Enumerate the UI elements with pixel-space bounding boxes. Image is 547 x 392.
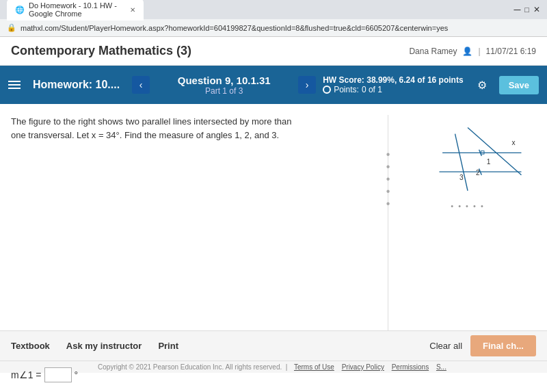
hw-right-section: ⚙ Save: [470, 76, 539, 94]
ask-instructor-button[interactable]: Ask my instructor: [66, 341, 142, 351]
points-label: Points:: [334, 85, 359, 94]
browser-titlebar: 🌐 Do Homework - 10.1 HW - Google Chrome …: [0, 0, 547, 19]
angle-input[interactable]: [44, 367, 72, 382]
svg-text:2: 2: [476, 169, 480, 177]
hw-navbar: Homework: 10.... ‹ Question 9, 10.1.31 P…: [0, 66, 547, 104]
question-info: Question 9, 10.1.31 Part 1 of 3: [157, 75, 291, 96]
lock-icon: 🔒: [7, 23, 16, 32]
degree-unit: °: [75, 369, 79, 380]
answer-area: m∠1 = °: [0, 361, 547, 389]
expand-dots[interactable]: • • • • •: [399, 202, 536, 210]
svg-line-2: [455, 134, 468, 191]
tab-title: Do Homework - 10.1 HW - Google Chrome: [29, 1, 123, 18]
geometry-diagram: x 1 2 3: [399, 115, 536, 197]
hw-title: Homework: 10....: [33, 79, 120, 91]
settings-button[interactable]: ⚙: [477, 79, 487, 92]
svg-text:x: x: [512, 139, 516, 146]
prev-question-button[interactable]: ‹: [132, 76, 150, 94]
header-right: Dana Ramey 👤 | 11/07/21 6:19: [409, 47, 536, 56]
score-label: HW Score:: [323, 75, 364, 85]
divider-dots: •••••: [386, 135, 390, 209]
url-text[interactable]: mathxl.com/Student/PlayerHomework.aspx?h…: [21, 24, 448, 32]
footer-right: Clear all Final ch...: [429, 335, 536, 356]
minimize-icon[interactable]: ─: [513, 4, 520, 15]
page-header: Contemporary Mathematics (3) Dana Ramey …: [0, 37, 547, 66]
date-time: 11/07/21 6:19: [486, 47, 536, 56]
user-icon: 👤: [462, 47, 472, 56]
points-value: 0 of 1: [362, 85, 382, 94]
maximize-icon[interactable]: □: [524, 5, 529, 14]
print-button[interactable]: Print: [158, 341, 178, 351]
footer-toolbar: Textbook Ask my instructor Print Clear a…: [0, 330, 547, 361]
main-content: The figure to the right shows two parall…: [0, 104, 547, 361]
close-window-icon[interactable]: ✕: [533, 5, 540, 14]
svg-text:3: 3: [459, 174, 464, 181]
svg-line-3: [468, 127, 521, 174]
next-question-button[interactable]: ›: [298, 76, 316, 94]
answer-line: m∠1 = °: [11, 367, 536, 382]
textbook-button[interactable]: Textbook: [11, 341, 50, 351]
score-section: HW Score: 38.99%, 6.24 of 16 points Poin…: [323, 75, 463, 94]
menu-button[interactable]: [8, 81, 21, 89]
browser-tab[interactable]: 🌐 Do Homework - 10.1 HW - Google Chrome …: [7, 0, 144, 21]
score-value: 38.99%, 6.24 of 16 points: [366, 75, 463, 85]
tab-favicon: 🌐: [15, 5, 25, 14]
question-area: The figure to the right shows two parall…: [11, 115, 377, 350]
question-title: Question 9, 10.1.31: [157, 75, 291, 86]
page-title: Contemporary Mathematics (3): [11, 44, 191, 58]
divider: |: [478, 47, 480, 56]
diagram-area: x 1 2 3 • • • • •: [399, 115, 536, 350]
final-check-button[interactable]: Final ch...: [470, 335, 536, 356]
clear-all-button[interactable]: Clear all: [429, 341, 462, 351]
divider-vertical: •••••: [388, 115, 388, 350]
address-bar: 🔒 mathxl.com/Student/PlayerHomework.aspx…: [0, 19, 547, 37]
svg-text:1: 1: [487, 158, 491, 166]
user-name: Dana Ramey: [409, 47, 457, 56]
angle-label: m∠1 =: [11, 369, 42, 380]
question-part: Part 1 of 3: [157, 86, 291, 96]
tab-close-icon[interactable]: ✕: [130, 6, 135, 14]
footer-left: Textbook Ask my instructor Print: [11, 341, 178, 351]
question-text: The figure to the right shows two parall…: [11, 115, 298, 142]
save-button[interactable]: Save: [499, 76, 539, 94]
circle-icon: [323, 86, 331, 94]
